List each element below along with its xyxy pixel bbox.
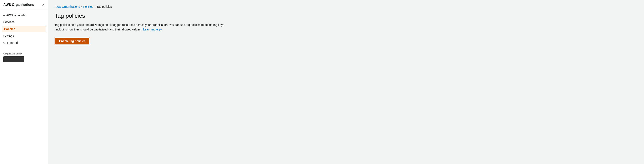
sidebar-item-services[interactable]: Services [0, 19, 48, 25]
breadcrumb-current: Tag policies [97, 5, 112, 8]
breadcrumb-policies[interactable]: Policies [83, 5, 93, 8]
chevron-right-icon: ▶ [3, 14, 5, 17]
org-id-value [3, 56, 24, 62]
sidebar-item-label: Settings [3, 35, 14, 38]
sidebar-item-settings[interactable]: Settings [0, 33, 48, 40]
breadcrumb: AWS Organizations › Policies › Tag polic… [54, 5, 637, 8]
sidebar-item-policies[interactable]: Policies [2, 26, 46, 32]
sidebar-nav: ▶ AWS accounts Services Policies Setting… [0, 10, 48, 164]
main-content: AWS Organizations › Policies › Tag polic… [48, 0, 644, 164]
sidebar-divider [0, 48, 48, 48]
breadcrumb-aws-organizations[interactable]: AWS Organizations [54, 5, 80, 8]
sidebar-item-get-started[interactable]: Get started [0, 40, 48, 46]
learn-more-link[interactable]: Learn more [143, 28, 162, 31]
sidebar-item-aws-accounts[interactable]: ▶ AWS accounts [0, 12, 48, 19]
sidebar: AWS Organizations × ▶ AWS accounts Servi… [0, 0, 48, 164]
enable-tag-policies-button-wrapper: Enable tag policies [54, 37, 90, 45]
breadcrumb-separator-2: › [94, 5, 96, 8]
enable-tag-policies-button[interactable]: Enable tag policies [56, 38, 89, 45]
sidebar-item-label: Services [3, 20, 14, 24]
page-description: Tag policies help you standardize tags o… [54, 23, 234, 32]
sidebar-title: AWS Organizations [3, 3, 34, 7]
sidebar-item-label: Policies [4, 27, 15, 31]
sidebar-item-label: AWS accounts [6, 14, 25, 17]
sidebar-item-label: Get started [3, 41, 18, 45]
sidebar-org-id-section: Organization ID [0, 50, 48, 63]
close-icon[interactable]: × [42, 3, 44, 7]
breadcrumb-separator-1: › [81, 5, 82, 8]
learn-more-label: Learn more [143, 28, 158, 31]
description-text: Tag policies help you standardize tags o… [54, 23, 224, 31]
page-title: Tag policies [54, 13, 637, 19]
org-id-label: Organization ID [3, 52, 44, 55]
sidebar-header: AWS Organizations × [0, 0, 48, 10]
external-link-icon [159, 29, 162, 31]
